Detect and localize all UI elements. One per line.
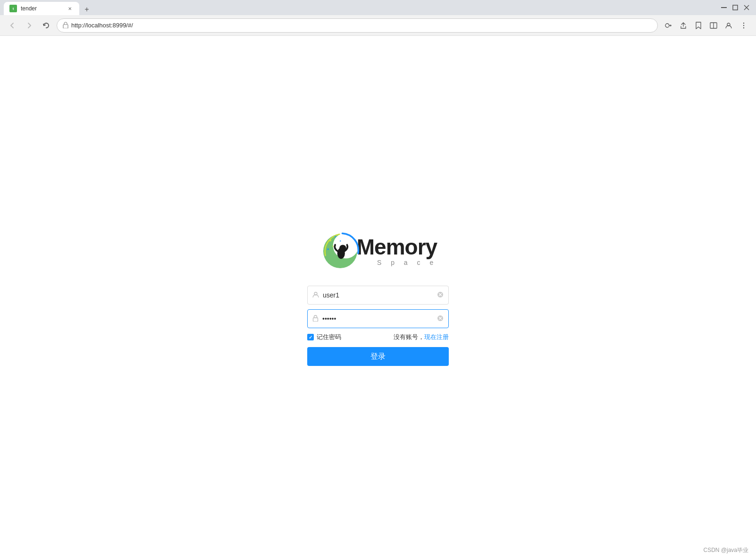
back-button[interactable] <box>6 19 19 32</box>
svg-point-11 <box>743 22 744 23</box>
username-field-container <box>307 286 449 305</box>
svg-point-5 <box>665 24 669 27</box>
svg-rect-25 <box>313 318 318 322</box>
minimize-button[interactable] <box>720 4 728 11</box>
logo-main-text: Memory <box>357 236 437 258</box>
lock-icon <box>63 22 68 29</box>
active-tab[interactable]: t tender ✕ <box>4 2 79 15</box>
logo-graphic: ★ ★ ★ ★ ★ <box>319 230 361 272</box>
profile-button[interactable] <box>722 19 735 32</box>
svg-text:★: ★ <box>339 239 342 242</box>
svg-text:★: ★ <box>332 245 334 247</box>
svg-rect-0 <box>721 7 727 8</box>
register-row: 没有账号，现在注册 <box>394 333 449 341</box>
browser-toolbar: http://localhost:8999/#/ <box>0 15 756 36</box>
svg-text:★: ★ <box>328 238 332 243</box>
watermark: CSDN @java毕业 <box>703 546 748 554</box>
login-container: ★ ★ ★ ★ ★ <box>307 230 449 366</box>
register-prefix: 没有账号， <box>394 333 424 340</box>
svg-text:★: ★ <box>327 247 329 251</box>
restore-button[interactable] <box>731 4 739 11</box>
toolbar-actions <box>662 19 750 32</box>
new-tab-button[interactable]: + <box>81 4 92 15</box>
login-button[interactable]: 登录 <box>307 347 449 366</box>
menu-button[interactable] <box>737 19 750 32</box>
svg-rect-1 <box>733 5 738 10</box>
title-bar: t tender ✕ + <box>0 0 756 15</box>
lock-field-icon <box>312 315 319 323</box>
remember-checkbox[interactable]: ✓ <box>307 334 314 340</box>
username-clear-icon[interactable] <box>437 291 444 299</box>
tab-title: tender <box>21 5 62 12</box>
user-icon <box>312 291 319 299</box>
bookmark-button[interactable] <box>692 19 705 32</box>
options-row: ✓ 记住密码 没有账号，现在注册 <box>307 333 449 341</box>
svg-rect-4 <box>63 25 68 28</box>
password-manager-button[interactable] <box>662 19 675 32</box>
split-screen-button[interactable] <box>707 19 720 32</box>
register-link[interactable]: 现在注册 <box>424 333 449 340</box>
remember-label[interactable]: ✓ 记住密码 <box>307 333 341 341</box>
reload-button[interactable] <box>40 19 53 32</box>
password-input[interactable] <box>322 315 433 322</box>
svg-point-12 <box>743 25 744 25</box>
logo-text-area: Memory S p a c e <box>357 236 437 266</box>
password-clear-icon[interactable] <box>437 315 444 323</box>
share-button[interactable] <box>677 19 690 32</box>
address-text: http://localhost:8999/#/ <box>71 22 133 29</box>
tab-area: t tender ✕ + <box>4 0 718 15</box>
remember-text: 记住密码 <box>317 333 341 341</box>
close-button[interactable] <box>743 4 750 11</box>
username-input[interactable] <box>323 291 433 299</box>
svg-point-13 <box>743 27 744 28</box>
forward-button[interactable] <box>23 19 36 32</box>
browser-window: t tender ✕ + <box>0 0 756 560</box>
password-field-container <box>307 309 449 328</box>
page-content: ★ ★ ★ ★ ★ <box>0 36 756 560</box>
tab-favicon: t <box>9 5 17 12</box>
window-controls <box>720 4 752 11</box>
logo-area: ★ ★ ★ ★ ★ <box>319 230 437 272</box>
tab-close-button[interactable]: ✕ <box>66 5 74 12</box>
address-bar[interactable]: http://localhost:8999/#/ <box>57 18 658 33</box>
svg-text:★: ★ <box>334 235 336 238</box>
logo-sub-text: S p a c e <box>357 259 437 266</box>
